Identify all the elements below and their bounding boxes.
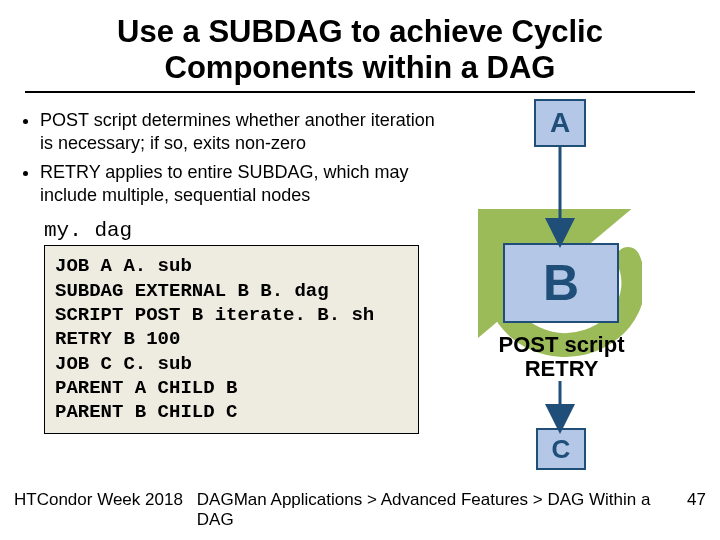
dag-node-c: C	[536, 428, 586, 470]
slide-title: Use a SUBDAG to achieve Cyclic Component…	[0, 0, 720, 91]
footer-event: HTCondor Week 2018	[14, 490, 183, 510]
code-line: PARENT A CHILD B	[55, 376, 408, 400]
arrow-a-to-b	[552, 147, 568, 243]
code-line: RETRY B 100	[55, 327, 408, 351]
dag-node-label: C	[552, 434, 571, 465]
code-line: PARENT B CHILD C	[55, 400, 408, 424]
slide-footer: HTCondor Week 2018 DAGMan Applications >…	[0, 490, 720, 530]
bullet-item: RETRY applies to entire SUBDAG, which ma…	[40, 161, 452, 207]
code-line: SUBDAG EXTERNAL B B. dag	[55, 279, 408, 303]
post-retry-label: POST script RETRY	[484, 333, 639, 381]
title-line-1: Use a SUBDAG to achieve Cyclic	[117, 14, 603, 49]
dag-node-label: B	[543, 254, 579, 312]
code-line: JOB C C. sub	[55, 352, 408, 376]
dag-node-b: B	[503, 243, 619, 323]
arrow-b-to-c	[552, 381, 568, 429]
title-underline	[25, 91, 695, 93]
dag-diagram: A B C POST script RETRY	[470, 103, 700, 463]
dag-node-label: A	[550, 107, 570, 139]
title-line-2: Components within a DAG	[165, 50, 556, 85]
post-label-line2: RETRY	[525, 356, 599, 381]
code-line: SCRIPT POST B iterate. B. sh	[55, 303, 408, 327]
code-line: JOB A A. sub	[55, 254, 408, 278]
page-number: 47	[687, 490, 706, 510]
breadcrumb: DAGMan Applications > Advanced Features …	[197, 490, 673, 530]
dag-node-a: A	[534, 99, 586, 147]
bullet-item: POST script determines whether another i…	[40, 109, 452, 155]
dag-code-block: JOB A A. sub SUBDAG EXTERNAL B B. dag SC…	[44, 245, 419, 433]
bullet-list: POST script determines whether another i…	[22, 109, 452, 207]
post-label-line1: POST script	[499, 332, 625, 357]
dag-filename: my. dag	[44, 219, 452, 242]
